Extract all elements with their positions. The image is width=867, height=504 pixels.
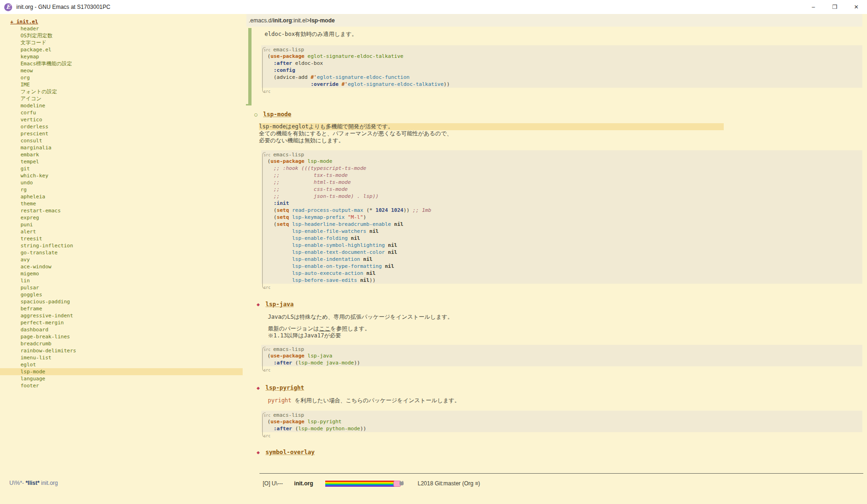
sidebar-item-文字コード[interactable]: 文字コード [0,39,243,46]
code-line: (use-package lsp-pyright [261,418,862,425]
sidebar-item-org[interactable]: org [0,74,243,81]
sidebar-item-apheleia[interactable]: apheleia [0,193,243,200]
breadcrumb-buffer[interactable]: init.el [294,17,307,24]
minimize-button[interactable]: – [803,0,824,14]
code-line: :override #'eglot-signature-eldoc-talkat… [261,81,862,88]
code-line: (advice-add #'eglot-signature-eldoc-func… [261,74,862,81]
sidebar-item-footer[interactable]: footer [0,382,243,389]
sidebar-item-keymap[interactable]: keymap [0,53,243,60]
code-line: lsp-auto-execute-action nil [261,270,862,277]
nyan-cat-icon [393,480,404,487]
src-end-label: src [264,90,270,94]
sidebar-item-lsp-mode[interactable]: lsp-mode [0,368,243,375]
sidebar-item-header[interactable]: header [0,25,243,32]
sidebar-item-imenu-list[interactable]: imenu-list [0,354,243,361]
heading-lsp-java[interactable]: ◆lsp-java [257,300,867,308]
sidebar-item-meow[interactable]: meow [0,67,243,74]
modeline-divider [259,473,863,474]
sidebar-item-vertico[interactable]: vertico [0,116,243,123]
sidebar-item-beframe[interactable]: beframe [0,305,243,312]
sidebar-item-consult[interactable]: consult [0,137,243,144]
code-block-language: emacs-lisp [273,152,304,158]
sidebar-item-package.el[interactable]: package.el [0,46,243,53]
sidebar-item-marginalia[interactable]: marginalia [0,144,243,151]
code-line: lsp-enable-file-watchers nil [261,228,862,235]
sidebar-item-puni[interactable]: puni [0,221,243,228]
sidebar-item-フォントの設定[interactable]: フォントの設定 [0,88,243,95]
sidebar-item-embark[interactable]: embark [0,151,243,158]
src-end-label: src [264,434,270,438]
modeline-buffer-name[interactable]: init.org [294,480,313,487]
sidebar-item-prescient[interactable]: prescient [0,130,243,137]
code-line: (use-package lsp-java [261,352,862,359]
code-block-eglot-talkative[interactable]: srcemacs-lisp (use-package eglot-signatu… [261,45,862,94]
sidebar-item-eglot[interactable]: eglot [0,361,243,368]
code-line: :after eldoc-box [261,60,862,67]
sidebar-item-corfu[interactable]: corfu [0,109,243,116]
sidebar-item-which-key[interactable]: which-key [0,172,243,179]
sidebar-item-theme[interactable]: theme [0,200,243,207]
sidebar-item-アイコン[interactable]: アイコン [0,95,243,102]
sidebar-item-lin[interactable]: lin [0,277,243,284]
sidebar-item-migemo[interactable]: migemo [0,270,243,277]
sidebar-item-language[interactable]: language [0,375,243,382]
code-line: :config [261,67,862,74]
sidebar-item-rainbow-delimiters[interactable]: rainbow-delimiters [0,347,243,354]
breadcrumb-section[interactable]: lsp-mode [310,17,335,24]
link-here[interactable]: ここ [319,325,331,332]
sidebar-item-expreg[interactable]: expreg [0,214,243,221]
sidebar-item-alert[interactable]: alert [0,228,243,235]
inline-code-pyright: pyright [268,397,292,404]
sidebar-root-init-el[interactable]: + init.el [0,18,243,25]
sidebar-item-goggles[interactable]: goggles [0,291,243,298]
sidebar-item-aggressive-indent[interactable]: aggressive-indent [0,312,243,319]
sidebar-item-go-translate[interactable]: go-translate [0,249,243,256]
sidebar-item-git[interactable]: git [0,165,243,172]
paragraph-java17-note: ※1.13以降はJava17が必要 [268,332,867,339]
sidebar-item-Emacs標準機能の設定[interactable]: Emacs標準機能の設定 [0,60,243,67]
code-block-lsp-java[interactable]: srcemacs-lisp (use-package lsp-java :aft… [261,345,862,372]
heading-symbol-overlay[interactable]: ◆symbol-overlay [257,448,867,455]
code-line: (setq lsp-headerline-breadcrumb-enable n… [261,221,862,228]
sidebar-item-rg[interactable]: rg [0,186,243,193]
code-block-body: (use-package lsp-pyright :after (lsp-mod… [261,418,862,432]
heading-lsp-pyright[interactable]: ◆lsp-pyright [257,383,867,391]
sidebar-item-undo[interactable]: undo [0,179,243,186]
sidebar-item-page-break-lines[interactable]: page-break-lines [0,333,243,340]
nyan-cat-progress[interactable] [325,480,404,487]
sidebar-item-list: headerOS判定用定数文字コードpackage.elkeymapEmacs標… [0,25,243,389]
paragraph-eldoc-box: eldoc-box有効時のみ適用します。 [265,31,867,38]
sidebar-item-spacious-padding[interactable]: spacious-padding [0,298,243,305]
code-block-lsp-pyright[interactable]: srcemacs-lisp (use-package lsp-pyright :… [261,411,862,438]
sidebar-item-pulsar[interactable]: pulsar [0,284,243,291]
sidebar-item-treesit[interactable]: treesit [0,235,243,242]
code-block-lsp-mode[interactable]: srcemacs-lisp (use-package lsp-mode ;; :… [261,150,862,290]
code-line: (setq lsp-keymap-prefix "M-l") [261,214,862,221]
sidebar-item-dashboard[interactable]: dashboard [0,326,243,333]
paragraph-pyright: pyright を利用したい場合、こちらのパッケージをインストールします。 [268,397,867,404]
heading-diamond-bullet-icon: ◆ [257,384,263,392]
editor-content[interactable]: eldoc-box有効時のみ適用します。 srcemacs-lisp (use-… [246,27,867,459]
breadcrumb-separator2: > [307,17,310,24]
breadcrumb-file[interactable]: init.org [273,17,292,24]
sidebar-modeline-prefix: U\%*- [9,480,26,486]
sidebar-item-ace-window[interactable]: ace-window [0,263,243,270]
sidebar-modeline-file: init.org [40,480,58,486]
sidebar-item-avy[interactable]: avy [0,256,243,263]
sidebar-item-restart-emacs[interactable]: restart-emacs [0,207,243,214]
heading-lsp-mode[interactable]: ○lsp-mode [254,110,867,118]
sidebar-item-IME[interactable]: IME [0,81,243,88]
maximize-button[interactable]: ❐ [824,0,846,14]
sidebar-item-OS判定用定数[interactable]: OS判定用定数 [0,32,243,39]
sidebar-item-breadcrumb[interactable]: breadcrumb [0,340,243,347]
emacs-window: E init.org - GNU Emacs at S1703001PC – ❐… [0,0,867,504]
src-begin-label: src [264,48,270,52]
close-button[interactable]: ✕ [846,0,867,14]
sidebar-item-orderless[interactable]: orderless [0,123,243,130]
sidebar-item-string-inflection[interactable]: string-inflection [0,242,243,249]
sidebar-item-perfect-mergin[interactable]: perfect-mergin [0,319,243,326]
paragraph-java-version: 最新のバージョンはここを参照します。 [268,325,867,332]
sidebar-modeline: U\%*- *Ilist* init.org [9,480,58,486]
sidebar-item-tempel[interactable]: tempel [0,158,243,165]
sidebar-item-modeline[interactable]: modeline [0,102,243,109]
